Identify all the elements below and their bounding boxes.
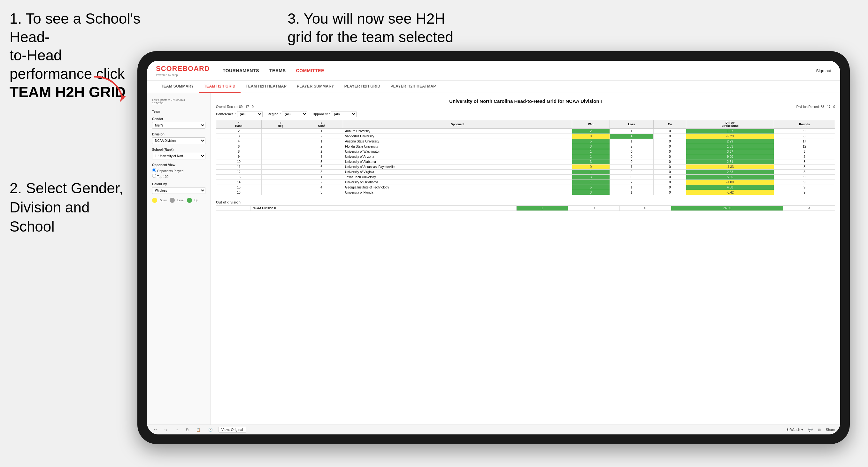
cell-win: 1 xyxy=(572,180,610,185)
cell-diff: 2.29 xyxy=(686,139,774,144)
cell-loss: 0 xyxy=(610,154,653,159)
copy-button[interactable]: ⎘ xyxy=(184,427,190,432)
cell-opponent: University of Washington xyxy=(343,149,572,154)
paste-button[interactable]: 📋 xyxy=(194,427,203,433)
cell-tie: 0 xyxy=(654,139,686,144)
cell-loss: 0 xyxy=(610,159,653,164)
tab-team-h2h-heatmap[interactable]: TEAM H2H HEATMAP xyxy=(241,81,292,93)
logo-scoreboard: SCOREBOARD xyxy=(156,64,210,73)
redo-button[interactable]: ↪ xyxy=(163,427,169,433)
comment-button[interactable]: 💬 xyxy=(808,428,813,432)
team-field-label: Team xyxy=(152,110,206,114)
table-row: 11 6 University of Arkansas, Fayettevill… xyxy=(216,164,835,169)
cell-conf: 5 xyxy=(300,159,343,164)
colour-by-select[interactable]: Win/loss xyxy=(152,187,206,194)
sign-out-link[interactable]: Sign out xyxy=(816,68,831,73)
cell-rank: 14 xyxy=(216,180,261,185)
col-tie: Tie xyxy=(654,120,686,129)
region-filter: Region: (All) xyxy=(268,111,308,117)
cell-win: 5 xyxy=(572,185,610,190)
cell-loss: 2 xyxy=(610,144,653,149)
radio-top100[interactable]: Top 100 xyxy=(152,174,206,179)
ood-win: 1 xyxy=(516,206,568,211)
cell-opponent: University of Oklahoma xyxy=(343,180,572,185)
cell-win: 3 xyxy=(572,175,610,180)
clock-button[interactable]: 🕐 xyxy=(206,427,215,433)
cell-diff: 4.50 xyxy=(686,185,774,190)
cell-rank: 13 xyxy=(216,175,261,180)
cell-loss: 1 xyxy=(610,139,653,144)
cell-conf: 2 xyxy=(300,144,343,149)
cell-diff: 1.83 xyxy=(686,144,774,149)
table-row: 12 3 University of Virginia 1 0 0 2.33 3 xyxy=(216,169,835,175)
cell-rounds: 12 xyxy=(774,144,835,149)
grid-records: Overall Record: 89 - 17 - 0 Division Rec… xyxy=(216,105,835,108)
cell-conf: 1 xyxy=(300,139,343,144)
cell-rank: 8 xyxy=(216,149,261,154)
cell-reg xyxy=(261,149,300,154)
tab-player-summary[interactable]: PLAYER SUMMARY xyxy=(292,81,339,93)
school-select[interactable]: 1. University of Nort... xyxy=(152,153,206,159)
col-win: Win xyxy=(572,120,610,129)
share-button[interactable]: Share xyxy=(826,428,835,432)
cell-rounds: 2 xyxy=(774,154,835,159)
annotation-topright: 3. You will now see H2H grid for the tea… xyxy=(287,9,453,46)
ood-division: NCAA Division II xyxy=(250,206,516,211)
radio-opponents-played[interactable]: Opponents Played xyxy=(152,168,206,173)
left-panel: Last Updated: 27/03/2024 16:55:38 Team G… xyxy=(147,93,211,425)
gender-select[interactable]: Men's Women's xyxy=(152,122,206,129)
opponent-filter-select[interactable]: (All) xyxy=(331,111,356,117)
tab-team-summary[interactable]: TEAM SUMMARY xyxy=(156,81,199,93)
cell-conf: 4 xyxy=(300,185,343,190)
nav-tournaments[interactable]: TOURNAMENTS xyxy=(223,68,259,73)
table-row: 4 1 Arizona State University 5 1 0 2.29 … xyxy=(216,139,835,144)
cell-conf: 2 xyxy=(300,180,343,185)
tab-player-h2h-grid[interactable]: PLAYER H2H GRID xyxy=(339,81,385,93)
cell-opponent: Arizona State University xyxy=(343,139,572,144)
cell-win: 2 xyxy=(572,129,610,134)
cell-rounds: 9 xyxy=(774,129,835,134)
cell-reg xyxy=(261,134,300,139)
ood-rounds: 3 xyxy=(783,206,835,211)
cell-loss: 2 xyxy=(610,180,653,185)
cell-diff: -4.33 xyxy=(686,164,774,169)
view-original-button[interactable]: View: Original xyxy=(219,427,246,433)
cell-loss: 1 xyxy=(610,129,653,134)
grid-view-button[interactable]: ⊞ xyxy=(818,428,821,432)
cell-win: 0 xyxy=(572,164,610,169)
cell-win: 1 xyxy=(572,149,610,154)
nav-teams[interactable]: TEAMS xyxy=(269,68,286,73)
cell-win: 3 xyxy=(572,159,610,164)
cell-tie: 0 xyxy=(654,180,686,185)
cell-conf: 3 xyxy=(300,190,343,195)
cell-conf: 2 xyxy=(300,149,343,154)
level-label: Level xyxy=(177,199,184,202)
region-filter-select[interactable]: (All) xyxy=(282,111,307,117)
table-row: 9 3 University of Arizona 1 0 0 9.00 2 xyxy=(216,154,835,159)
cell-conf: 3 xyxy=(300,169,343,175)
cell-diff: 1.67 xyxy=(686,129,774,134)
nav-committee[interactable]: COMMITTEE xyxy=(296,68,324,73)
col-loss: Loss xyxy=(610,120,653,129)
division-select[interactable]: NCAA Division I NCAA Division II NCAA Di… xyxy=(152,137,206,144)
col-diff: Diff AvStrokes/Rnd xyxy=(686,120,774,129)
cell-win: 0 xyxy=(572,134,610,139)
cell-win: 3 xyxy=(572,144,610,149)
tab-player-h2h-heatmap[interactable]: PLAYER H2H HEATMAP xyxy=(385,81,441,93)
cell-loss: 0 xyxy=(610,149,653,154)
cell-diff: -1.00 xyxy=(686,180,774,185)
watch-button[interactable]: 👁 Watch ▾ xyxy=(786,428,803,432)
cell-conf: 2 xyxy=(300,134,343,139)
tab-team-h2h-grid[interactable]: TEAM H2H GRID xyxy=(199,81,241,93)
forward-button[interactable]: → xyxy=(173,427,181,432)
cell-win: 5 xyxy=(572,139,610,144)
undo-button[interactable]: ↩ xyxy=(152,427,159,433)
conference-filter-select[interactable]: (All) xyxy=(237,111,262,117)
cell-loss: 1 xyxy=(610,164,653,169)
cell-opponent: Florida State University xyxy=(343,144,572,149)
table-row: 13 1 Texas Tech University 3 0 0 5.56 9 xyxy=(216,175,835,180)
cell-tie: 0 xyxy=(654,185,686,190)
cell-reg xyxy=(261,154,300,159)
cell-win: 3 xyxy=(572,190,610,195)
out-of-division-row: NCAA Division II 1 0 0 26.00 3 xyxy=(216,206,835,211)
